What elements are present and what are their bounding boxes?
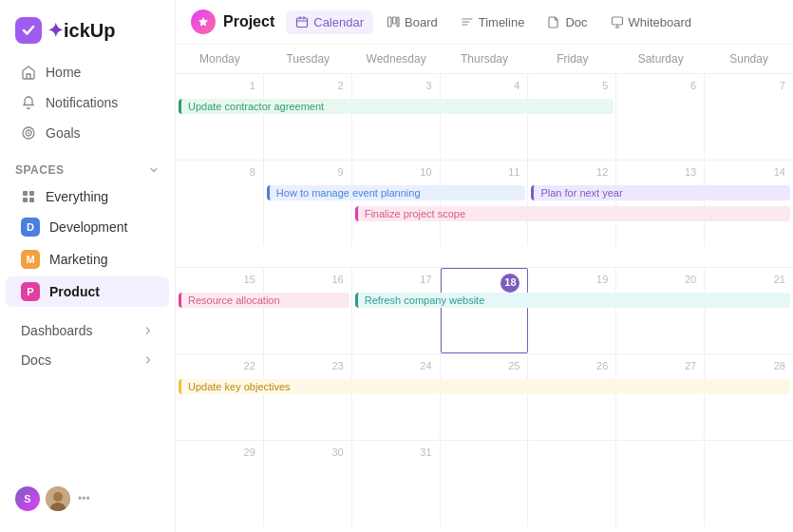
sidebar-footer: S ••• — [0, 477, 175, 521]
day-cell-empty1[interactable] — [441, 441, 529, 526]
spaces-header: Spaces — [0, 154, 175, 182]
day-cell-1[interactable]: 1 — [176, 74, 264, 160]
day-cell-5[interactable]: 5 — [528, 74, 616, 160]
day-cell-18[interactable]: 18 — [441, 268, 529, 353]
nav-home[interactable]: Home — [6, 58, 169, 86]
marketing-label: Marketing — [49, 252, 107, 267]
event-manage-planning[interactable]: How to manage event planning — [267, 185, 526, 200]
development-badge: D — [21, 218, 40, 237]
event-key-objectives[interactable]: Update key objectives — [179, 379, 790, 394]
svg-rect-11 — [297, 18, 308, 28]
day-cell-19[interactable]: 19 — [528, 268, 616, 353]
svg-rect-13 — [393, 17, 397, 24]
day-cell-30[interactable]: 30 — [264, 441, 352, 526]
day-cell-15[interactable]: 15 — [176, 268, 264, 353]
tab-calendar[interactable]: Calendar — [286, 10, 373, 34]
day-cell-20[interactable]: 20 — [616, 268, 705, 353]
day-cell-empty3[interactable] — [616, 441, 705, 526]
svg-rect-5 — [29, 191, 34, 196]
tab-timeline[interactable]: Timeline — [451, 10, 535, 34]
day-cell-2[interactable]: 2 — [264, 74, 352, 160]
day-cell-13[interactable]: 13 — [616, 161, 705, 246]
board-tab-icon — [387, 15, 400, 28]
nav-notifications[interactable]: Notifications — [6, 88, 169, 117]
day-cell-10[interactable]: 10 — [352, 161, 441, 246]
day-header-mon: Monday — [176, 45, 264, 73]
svg-rect-7 — [29, 198, 34, 202]
footer-dots: ••• — [78, 492, 90, 505]
goals-icon — [21, 125, 36, 141]
sidebar-item-product[interactable]: P Product — [6, 276, 169, 307]
everything-label: Everything — [46, 189, 108, 204]
event-contractor[interactable]: Update contractor agreement — [179, 99, 614, 114]
tab-doc[interactable]: Doc — [538, 10, 596, 34]
event-refresh-website[interactable]: Refresh company website — [355, 293, 790, 308]
doc-tab-icon — [547, 15, 560, 28]
day-header-thu: Thursday — [441, 45, 529, 73]
day-cell-6[interactable]: 6 — [616, 74, 705, 160]
day-headers: Monday Tuesday Wednesday Thursday Friday… — [176, 45, 793, 74]
week-2: 8 9 10 11 12 13 14 How to manage event p… — [176, 161, 793, 268]
grid-icon — [21, 189, 36, 204]
tab-whiteboard-label: Whiteboard — [629, 15, 691, 29]
whiteboard-tab-icon — [611, 15, 624, 28]
svg-point-3 — [28, 132, 29, 134]
sidebar-dashboards[interactable]: Dashboards — [6, 316, 169, 345]
calendar-area[interactable]: Monday Tuesday Wednesday Thursday Friday… — [176, 45, 793, 532]
chevron-down-icon — [148, 164, 160, 176]
day-cell-14[interactable]: 14 — [705, 161, 793, 246]
svg-rect-12 — [388, 17, 392, 27]
day-cell-25[interactable]: 25 — [441, 354, 529, 440]
day-header-sat: Saturday — [616, 45, 705, 73]
nav-notifications-label: Notifications — [46, 95, 118, 110]
day-cell-17[interactable]: 17 — [352, 268, 441, 353]
day-cell-11[interactable]: 11 — [441, 161, 529, 246]
day-header-tue: Tuesday — [264, 45, 352, 73]
sidebar-item-everything[interactable]: Everything — [6, 183, 169, 210]
week-1: 1 2 3 4 5 6 7 Update contractor agreemen… — [176, 74, 793, 161]
day-cell-empty4[interactable] — [705, 441, 793, 526]
day-cell-3[interactable]: 3 — [352, 74, 441, 160]
timeline-tab-icon — [461, 15, 474, 28]
day-cell-9[interactable]: 9 — [264, 161, 352, 246]
day-cell-21[interactable]: 21 — [705, 268, 793, 353]
day-cell-31[interactable]: 31 — [352, 441, 441, 526]
tab-whiteboard[interactable]: Whiteboard — [601, 10, 701, 34]
avatar-user[interactable] — [46, 486, 70, 511]
svg-rect-4 — [23, 191, 28, 196]
day-header-fri: Friday — [528, 45, 616, 73]
svg-rect-14 — [397, 17, 399, 27]
sidebar-item-marketing[interactable]: M Marketing — [6, 244, 169, 275]
day-cell-27[interactable]: 27 — [616, 354, 705, 440]
day-cell-26[interactable]: 26 — [528, 354, 616, 440]
day-cell-22[interactable]: 22 — [176, 354, 264, 440]
day-cell-8[interactable]: 8 — [176, 161, 264, 246]
product-badge: P — [21, 282, 40, 301]
sidebar: ✦ickUp Home Notifications Goals Spaces — [0, 0, 176, 532]
week-3: 15 16 17 18 19 20 21 Resource allocation — [176, 268, 793, 354]
day-cell-16[interactable]: 16 — [264, 268, 352, 353]
day-cell-empty2[interactable] — [528, 441, 616, 526]
event-resource-allocation[interactable]: Resource allocation — [179, 293, 349, 308]
event-plan-next-year[interactable]: Plan for next year — [531, 185, 790, 200]
avatar-s[interactable]: S — [15, 486, 40, 511]
day-header-wed: Wednesday — [352, 45, 441, 73]
day-cell-29[interactable]: 29 — [176, 441, 264, 526]
calendar-tab-icon — [295, 15, 309, 28]
event-finalize-scope[interactable]: Finalize project scope — [355, 206, 790, 221]
day-cell-12[interactable]: 12 — [528, 161, 616, 246]
day-cell-4[interactable]: 4 — [441, 74, 529, 160]
day-cell-7[interactable]: 7 — [705, 74, 793, 160]
tab-board[interactable]: Board — [377, 10, 447, 34]
nav-goals[interactable]: Goals — [6, 119, 169, 147]
dashboards-label: Dashboards — [21, 323, 93, 338]
sidebar-item-development[interactable]: D Development — [6, 212, 169, 242]
bell-icon — [21, 95, 36, 110]
sidebar-docs[interactable]: Docs — [6, 346, 169, 374]
day-cell-28[interactable]: 28 — [705, 354, 793, 440]
day-cell-23[interactable]: 23 — [264, 354, 352, 440]
project-icon — [191, 10, 216, 34]
marketing-badge: M — [21, 250, 40, 269]
day-cell-24[interactable]: 24 — [352, 354, 441, 440]
product-label: Product — [49, 284, 100, 299]
